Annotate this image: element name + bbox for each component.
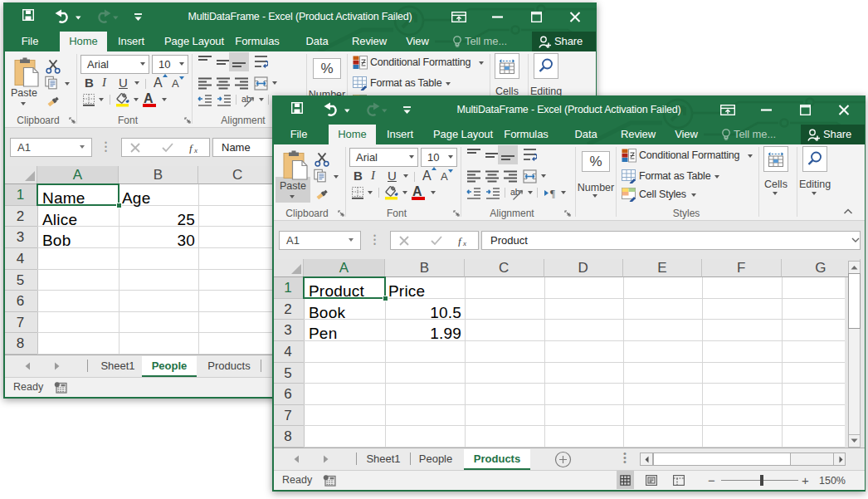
svg-text:ab: ab <box>510 187 520 197</box>
svg-text:¶: ¶ <box>550 187 555 199</box>
svg-text:x: x <box>462 239 466 247</box>
svg-text:ab: ab <box>241 94 251 104</box>
svg-text:x: x <box>193 146 197 154</box>
